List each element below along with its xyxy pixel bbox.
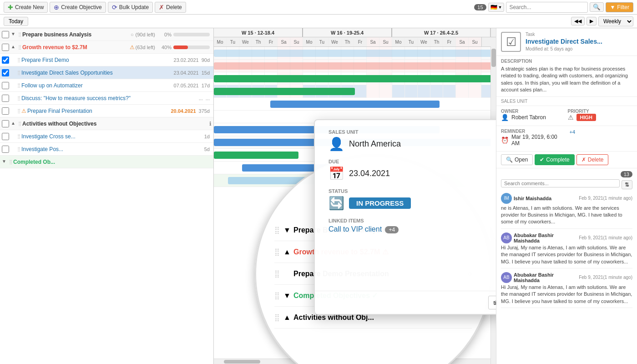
gantt-row bbox=[214, 47, 496, 60]
list-item[interactable]: ▲ ⣿ Growth revenue to $2.7M ⚠ (63d left)… bbox=[0, 41, 213, 54]
linked-item-link[interactable]: Call to VIP client bbox=[329, 225, 382, 233]
row-checkbox[interactable] bbox=[2, 56, 9, 64]
scroll-thumb[interactable] bbox=[491, 49, 496, 67]
task-link[interactable]: Investigate Pos... bbox=[21, 146, 63, 152]
task-link[interactable]: Discuss: "How to measure success metrics… bbox=[21, 95, 131, 101]
search-input[interactable] bbox=[506, 2, 588, 13]
drag-handle[interactable]: ⣿ bbox=[17, 147, 20, 152]
row-checkbox[interactable] bbox=[2, 133, 9, 140]
rp-reminder-row: REMINDER ⏰ Mar 19, 2019, 6:00 AM +4 bbox=[496, 126, 637, 152]
drag-handle[interactable]: ⣿ bbox=[17, 57, 20, 62]
row-duration: 1d bbox=[204, 134, 210, 139]
gantt-bar[interactable] bbox=[270, 101, 440, 108]
rp-title-area: Task Investigate Direct Sales... Modifie… bbox=[526, 32, 602, 51]
list-item[interactable]: ▼ ⣿ Prepare business Analysis ○ (90d lef… bbox=[0, 28, 213, 41]
drag-handle[interactable]: ⣿ bbox=[18, 32, 21, 37]
completed-objectives-row[interactable]: ▼ ⣿ Completed Ob... bbox=[0, 156, 213, 168]
gantt-day: We bbox=[418, 37, 430, 46]
nav-prev-button[interactable]: ◀◀ bbox=[571, 17, 585, 25]
week-select[interactable]: Weekly Daily Monthly bbox=[598, 16, 633, 26]
info-icon: ℹ bbox=[209, 121, 212, 127]
zoom-expand-icon: ▲ bbox=[283, 313, 292, 322]
rp-plus-link[interactable]: +4 bbox=[568, 129, 633, 148]
task-type-label: Task bbox=[526, 32, 602, 37]
list-item[interactable]: ⣿ Prepare First Demo 23.02.2021 90d bbox=[0, 54, 213, 66]
gantt-bar[interactable] bbox=[214, 50, 496, 57]
bulk-update-button[interactable]: ⟳ Bulk Update bbox=[108, 2, 153, 13]
list-item[interactable]: ⣿ Investigate Cross se... 1d bbox=[0, 130, 213, 143]
language-selector[interactable]: 🇩🇪 ▼ bbox=[488, 3, 505, 12]
check-icon: ✔ bbox=[540, 157, 544, 163]
rp-complete-button[interactable]: ✔ Complete bbox=[535, 154, 574, 165]
list-item[interactable]: ▲ ⣿ Activities without Objectives ℹ bbox=[0, 117, 213, 130]
gantt-scrollbar-h[interactable] bbox=[214, 359, 490, 364]
row-duration: ... bbox=[206, 96, 210, 101]
drag-handle[interactable]: ⣿ bbox=[18, 121, 21, 126]
task-title[interactable]: Investigate Direct Sales... bbox=[526, 38, 602, 46]
row-checkbox[interactable] bbox=[2, 31, 9, 38]
gantt-day: Mo bbox=[303, 37, 316, 46]
drag-handle[interactable]: ⣿ bbox=[18, 45, 21, 50]
row-checkbox[interactable] bbox=[2, 82, 9, 89]
gantt-bar[interactable] bbox=[214, 62, 496, 70]
priority-icon: ⚠ bbox=[568, 114, 574, 121]
drag-handle[interactable]: ⣿ bbox=[9, 159, 12, 164]
filter-icon: ▼ bbox=[610, 4, 615, 10]
create-new-button[interactable]: ✚ Create New bbox=[4, 2, 48, 13]
row-checkbox[interactable] bbox=[2, 95, 9, 102]
filter-button[interactable]: ▼ Filter bbox=[606, 2, 633, 12]
toolbar: ✚ Create New ⊕ Create Objective ⟳ Bulk U… bbox=[0, 0, 637, 15]
task-link[interactable]: Prepare First Demo bbox=[21, 57, 69, 63]
rp-delete-button[interactable]: ✗ Delete bbox=[576, 154, 609, 165]
plus-icon: ✚ bbox=[8, 4, 13, 11]
comment-filter-button[interactable]: ⇅ bbox=[622, 180, 632, 189]
expand-icon[interactable]: ▼ bbox=[2, 159, 8, 165]
row-date: (90d left) bbox=[136, 32, 155, 37]
list-item[interactable]: ⣿ Investigate Direct Sales Opportunities… bbox=[0, 66, 213, 79]
row-date: 23.04.2021 bbox=[174, 70, 199, 76]
expand-icon[interactable]: ▼ bbox=[11, 31, 17, 38]
drag-handle[interactable]: ⣿ bbox=[17, 96, 20, 101]
drag-handle[interactable]: ⣿ bbox=[17, 108, 20, 113]
comment-search-input[interactable] bbox=[501, 179, 620, 187]
task-link[interactable]: Prepare Final Presentation bbox=[27, 108, 92, 114]
task-type-icon: ☑ bbox=[501, 32, 521, 52]
popup-options-button[interactable]: tions ▾ bbox=[488, 296, 496, 309]
scroll-thumb-h[interactable] bbox=[224, 360, 260, 364]
task-link[interactable]: Investigate Direct Sales Opportunities bbox=[21, 70, 113, 76]
row-duration: 15d bbox=[202, 70, 210, 76]
create-objective-button[interactable]: ⊕ Create Objective bbox=[50, 2, 106, 13]
row-checkbox[interactable] bbox=[2, 107, 9, 115]
nav-next-button[interactable]: ▶ bbox=[586, 17, 597, 25]
warning-icon: ⚠ bbox=[21, 108, 26, 114]
expand-icon[interactable]: ▲ bbox=[11, 121, 17, 127]
gantt-bar[interactable] bbox=[214, 152, 298, 159]
row-checkbox[interactable] bbox=[2, 120, 9, 127]
gantt-bar[interactable] bbox=[214, 75, 496, 82]
row-title: Completed Ob... bbox=[13, 159, 212, 165]
comment-time: Feb 9, 2021(1 minute ago) bbox=[579, 275, 632, 280]
gantt-day: We bbox=[239, 37, 252, 46]
drag-handle[interactable]: ⣿ bbox=[17, 134, 20, 139]
list-item[interactable]: ⣿ Follow up on Automatizer 07.05.2021 17… bbox=[0, 79, 213, 92]
row-checkbox[interactable] bbox=[2, 69, 9, 76]
delete-button[interactable]: ✗ Delete bbox=[155, 2, 186, 13]
gantt-day: Sa bbox=[367, 37, 379, 46]
drag-handle[interactable]: ⣿ bbox=[17, 70, 20, 75]
list-item[interactable]: ⣿ ⚠ Prepare Final Presentation 20.04.202… bbox=[0, 105, 213, 117]
task-link[interactable]: Investigate Cross se... bbox=[21, 133, 76, 140]
gantt-bar[interactable] bbox=[214, 88, 355, 95]
row-checkbox[interactable] bbox=[2, 146, 9, 153]
row-date: 07.05.2021 bbox=[174, 83, 199, 88]
today-button[interactable]: Today bbox=[4, 17, 28, 26]
rp-open-button[interactable]: 🔍 Open bbox=[501, 154, 533, 165]
drag-handle[interactable]: ⣿ bbox=[17, 83, 20, 88]
list-item[interactable]: ⣿ Investigate Pos... 5d bbox=[0, 143, 213, 156]
list-item[interactable]: ⣿ Discuss: "How to measure success metri… bbox=[0, 92, 213, 105]
gantt-day: Fr bbox=[354, 37, 367, 46]
row-checkbox[interactable] bbox=[2, 44, 9, 51]
task-link[interactable]: Follow up on Automatizer bbox=[21, 82, 83, 89]
expand-icon[interactable]: ▲ bbox=[11, 44, 17, 51]
search-button[interactable]: 🔍 bbox=[590, 2, 604, 12]
gantt-header: W 15 · 12-18.4 W 16 · 19-25.4 W 17 · 26.… bbox=[214, 28, 496, 47]
